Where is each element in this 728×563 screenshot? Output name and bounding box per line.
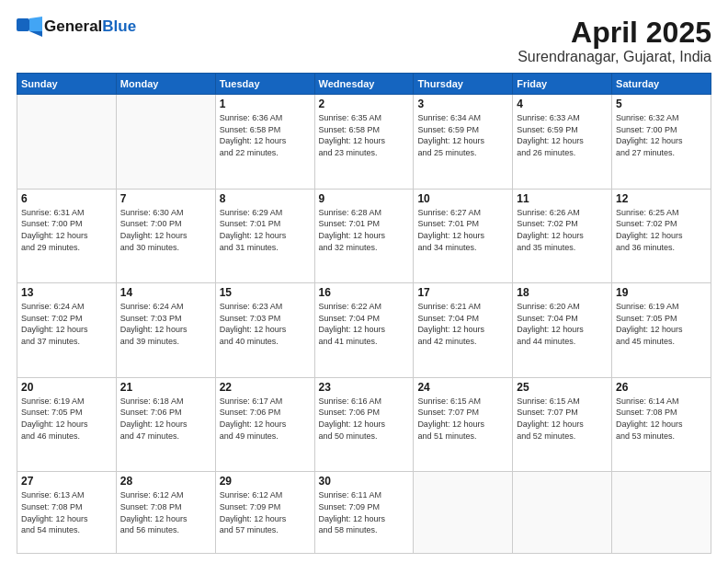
- day-number: 2: [319, 98, 410, 110]
- table-cell: 3Sunrise: 6:34 AM Sunset: 6:59 PM Daylig…: [414, 95, 513, 190]
- svg-rect-0: [17, 18, 29, 31]
- day-number: 29: [220, 475, 311, 488]
- day-info: Sunrise: 6:19 AM Sunset: 7:05 PM Dayligh…: [21, 396, 112, 442]
- day-info: Sunrise: 6:27 AM Sunset: 7:01 PM Dayligh…: [417, 207, 508, 253]
- day-info: Sunrise: 6:33 AM Sunset: 6:59 PM Dayligh…: [517, 112, 608, 158]
- table-cell: 30Sunrise: 6:11 AM Sunset: 7:09 PM Dayli…: [314, 472, 414, 554]
- day-info: Sunrise: 6:14 AM Sunset: 7:08 PM Dayligh…: [616, 396, 707, 442]
- day-number: 8: [220, 192, 311, 205]
- day-number: 28: [120, 475, 211, 488]
- day-number: 5: [616, 98, 707, 110]
- table-cell: 5Sunrise: 6:32 AM Sunset: 7:00 PM Daylig…: [612, 95, 711, 190]
- day-info: Sunrise: 6:32 AM Sunset: 7:00 PM Dayligh…: [616, 112, 707, 158]
- day-number: 27: [21, 475, 112, 488]
- title-block: April 2025 Surendranagar, Gujarat, India: [518, 17, 711, 65]
- day-number: 4: [517, 98, 608, 110]
- day-number: 24: [417, 381, 508, 394]
- table-cell: 14Sunrise: 6:24 AM Sunset: 7:03 PM Dayli…: [116, 283, 215, 378]
- table-cell: 13Sunrise: 6:24 AM Sunset: 7:02 PM Dayli…: [17, 283, 117, 378]
- day-number: 10: [417, 192, 508, 205]
- table-cell: 1Sunrise: 6:36 AM Sunset: 6:58 PM Daylig…: [215, 95, 314, 190]
- day-number: 20: [21, 381, 112, 394]
- table-cell: [116, 95, 215, 190]
- day-info: Sunrise: 6:36 AM Sunset: 6:58 PM Dayligh…: [220, 112, 311, 158]
- table-cell: 21Sunrise: 6:18 AM Sunset: 7:06 PM Dayli…: [116, 377, 215, 472]
- table-cell: 2Sunrise: 6:35 AM Sunset: 6:58 PM Daylig…: [314, 95, 414, 190]
- day-info: Sunrise: 6:29 AM Sunset: 7:01 PM Dayligh…: [220, 207, 311, 253]
- table-cell: 8Sunrise: 6:29 AM Sunset: 7:01 PM Daylig…: [215, 189, 314, 283]
- day-number: 21: [120, 381, 211, 394]
- table-cell: 9Sunrise: 6:28 AM Sunset: 7:01 PM Daylig…: [314, 189, 414, 283]
- table-cell: 26Sunrise: 6:14 AM Sunset: 7:08 PM Dayli…: [612, 377, 711, 472]
- logo-blue: Blue: [102, 17, 136, 35]
- day-info: Sunrise: 6:11 AM Sunset: 7:09 PM Dayligh…: [319, 489, 410, 535]
- day-number: 19: [616, 286, 707, 299]
- table-cell: 28Sunrise: 6:12 AM Sunset: 7:08 PM Dayli…: [116, 472, 215, 554]
- logo-general: General: [44, 17, 102, 35]
- col-sunday: Sunday: [17, 74, 117, 95]
- day-number: 17: [417, 286, 508, 299]
- page: GeneralBlue April 2025 Surendranagar, Gu…: [0, 0, 728, 563]
- day-info: Sunrise: 6:35 AM Sunset: 6:58 PM Dayligh…: [319, 112, 410, 158]
- day-number: 15: [220, 286, 311, 299]
- table-cell: [612, 472, 711, 554]
- day-number: 9: [319, 192, 410, 205]
- table-cell: 15Sunrise: 6:23 AM Sunset: 7:03 PM Dayli…: [215, 283, 314, 378]
- col-monday: Monday: [116, 74, 215, 95]
- day-info: Sunrise: 6:15 AM Sunset: 7:07 PM Dayligh…: [417, 396, 508, 442]
- table-cell: 7Sunrise: 6:30 AM Sunset: 7:00 PM Daylig…: [116, 189, 215, 283]
- table-cell: 6Sunrise: 6:31 AM Sunset: 7:00 PM Daylig…: [17, 189, 117, 283]
- calendar-header-row: Sunday Monday Tuesday Wednesday Thursday…: [17, 74, 711, 95]
- day-info: Sunrise: 6:23 AM Sunset: 7:03 PM Dayligh…: [220, 301, 311, 347]
- day-info: Sunrise: 6:25 AM Sunset: 7:02 PM Dayligh…: [616, 207, 707, 253]
- day-info: Sunrise: 6:28 AM Sunset: 7:01 PM Dayligh…: [319, 207, 410, 253]
- table-cell: [414, 472, 513, 554]
- day-info: Sunrise: 6:16 AM Sunset: 7:06 PM Dayligh…: [319, 396, 410, 442]
- day-info: Sunrise: 6:34 AM Sunset: 6:59 PM Dayligh…: [417, 112, 508, 158]
- day-number: 12: [616, 192, 707, 205]
- day-info: Sunrise: 6:17 AM Sunset: 7:06 PM Dayligh…: [220, 396, 311, 442]
- day-number: 7: [120, 192, 211, 205]
- table-cell: 25Sunrise: 6:15 AM Sunset: 7:07 PM Dayli…: [513, 377, 612, 472]
- day-number: 6: [21, 192, 112, 205]
- day-info: Sunrise: 6:31 AM Sunset: 7:00 PM Dayligh…: [21, 207, 112, 253]
- header: GeneralBlue April 2025 Surendranagar, Gu…: [17, 17, 711, 65]
- svg-marker-1: [29, 17, 42, 31]
- col-wednesday: Wednesday: [314, 74, 414, 95]
- day-info: Sunrise: 6:15 AM Sunset: 7:07 PM Dayligh…: [517, 396, 608, 442]
- day-info: Sunrise: 6:24 AM Sunset: 7:03 PM Dayligh…: [120, 301, 211, 347]
- day-info: Sunrise: 6:22 AM Sunset: 7:04 PM Dayligh…: [319, 301, 410, 347]
- day-number: 1: [220, 98, 311, 110]
- day-number: 3: [417, 98, 508, 110]
- day-info: Sunrise: 6:24 AM Sunset: 7:02 PM Dayligh…: [21, 301, 112, 347]
- day-number: 13: [21, 286, 112, 299]
- table-cell: [513, 472, 612, 554]
- table-cell: 22Sunrise: 6:17 AM Sunset: 7:06 PM Dayli…: [215, 377, 314, 472]
- calendar-table: Sunday Monday Tuesday Wednesday Thursday…: [17, 73, 711, 554]
- table-cell: 24Sunrise: 6:15 AM Sunset: 7:07 PM Dayli…: [414, 377, 513, 472]
- day-number: 18: [517, 286, 608, 299]
- logo-icon: [17, 17, 42, 37]
- day-info: Sunrise: 6:13 AM Sunset: 7:08 PM Dayligh…: [21, 489, 112, 535]
- day-info: Sunrise: 6:26 AM Sunset: 7:02 PM Dayligh…: [517, 207, 608, 253]
- col-friday: Friday: [513, 74, 612, 95]
- table-cell: 23Sunrise: 6:16 AM Sunset: 7:06 PM Dayli…: [314, 377, 414, 472]
- table-cell: 27Sunrise: 6:13 AM Sunset: 7:08 PM Dayli…: [17, 472, 117, 554]
- day-number: 11: [517, 192, 608, 205]
- calendar-subtitle: Surendranagar, Gujarat, India: [518, 49, 711, 65]
- day-info: Sunrise: 6:30 AM Sunset: 7:00 PM Dayligh…: [120, 207, 211, 253]
- day-number: 14: [120, 286, 211, 299]
- calendar-title: April 2025: [518, 17, 711, 49]
- day-info: Sunrise: 6:21 AM Sunset: 7:04 PM Dayligh…: [417, 301, 508, 347]
- table-cell: 11Sunrise: 6:26 AM Sunset: 7:02 PM Dayli…: [513, 189, 612, 283]
- svg-marker-2: [29, 31, 42, 37]
- day-info: Sunrise: 6:18 AM Sunset: 7:06 PM Dayligh…: [120, 396, 211, 442]
- day-number: 22: [220, 381, 311, 394]
- day-number: 25: [517, 381, 608, 394]
- table-cell: 19Sunrise: 6:19 AM Sunset: 7:05 PM Dayli…: [612, 283, 711, 378]
- day-number: 23: [319, 381, 410, 394]
- day-info: Sunrise: 6:19 AM Sunset: 7:05 PM Dayligh…: [616, 301, 707, 347]
- col-saturday: Saturday: [612, 74, 711, 95]
- col-thursday: Thursday: [414, 74, 513, 95]
- table-cell: 20Sunrise: 6:19 AM Sunset: 7:05 PM Dayli…: [17, 377, 117, 472]
